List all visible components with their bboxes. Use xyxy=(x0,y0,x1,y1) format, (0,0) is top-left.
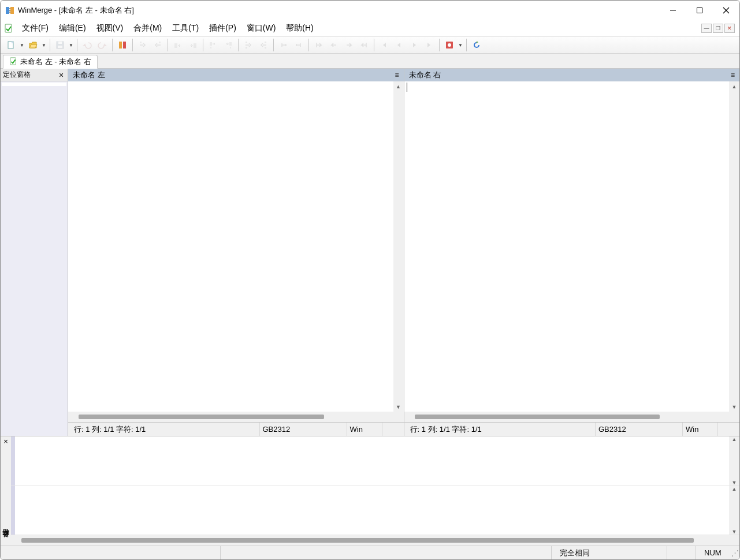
prev-diff-button[interactable] xyxy=(327,38,341,52)
right-pane-title: 未命名 右 xyxy=(409,70,441,80)
next-diff-button[interactable] xyxy=(342,38,356,52)
svg-rect-19 xyxy=(229,42,232,46)
mdi-close-button[interactable]: ✕ xyxy=(724,24,735,33)
document-tab-label: 未命名 左 - 未命名 右 xyxy=(20,57,91,67)
left-pane: 未命名 左 ≡ ▲▼ 行: 1 列: 1/1 字符: 1/1 GB2312 Wi… xyxy=(68,69,404,436)
toolbar: ▼ ▼ ▼ ▼ xyxy=(1,36,739,54)
new-button[interactable] xyxy=(4,38,18,52)
goto-next-button[interactable] xyxy=(407,38,421,52)
left-pane-header[interactable]: 未命名 左 ≡ xyxy=(68,69,404,81)
locator-close-button[interactable]: × xyxy=(57,70,65,80)
left-status-pos: 行: 1 列: 1/1 字符: 1/1 xyxy=(72,423,260,436)
diff-pane-label-strip: × 差异窗格 xyxy=(1,436,11,546)
mdi-minimize-button[interactable]: — xyxy=(701,24,712,33)
left-pane-title: 未命名 左 xyxy=(73,70,105,80)
refresh-button[interactable] xyxy=(470,38,484,52)
svg-rect-13 xyxy=(123,42,126,48)
first-diff-small-button[interactable] xyxy=(277,38,291,52)
first-diff-button[interactable] xyxy=(312,38,326,52)
diff-row-bottom[interactable]: ▲▼ xyxy=(11,486,739,536)
last-diff-small-button[interactable] xyxy=(292,38,306,52)
diff-bottom-vscroll[interactable]: ▲▼ xyxy=(729,486,739,535)
last-diff-button[interactable] xyxy=(357,38,371,52)
titlebar: WinMerge - [未命名 左 - 未命名 右] xyxy=(1,1,739,20)
menu-window[interactable]: 窗口(W) xyxy=(241,21,281,36)
compare-panes: 未命名 左 ≡ ▲▼ 行: 1 列: 1/1 字符: 1/1 GB2312 Wi… xyxy=(68,69,739,436)
menu-view[interactable]: 视图(V) xyxy=(91,21,129,36)
resize-grip-icon[interactable]: ⋰ xyxy=(730,548,739,557)
copy-right-button[interactable] xyxy=(171,38,185,52)
diff-top-vscroll[interactable]: ▲▼ xyxy=(729,436,739,486)
copy-left-button[interactable] xyxy=(186,38,200,52)
right-status-extra xyxy=(719,423,736,436)
menu-file[interactable]: 文件(F) xyxy=(17,21,54,36)
right-vertical-scrollbar[interactable]: ▲▼ xyxy=(729,81,739,412)
new-dropdown[interactable]: ▼ xyxy=(19,43,25,48)
window-controls xyxy=(660,1,739,20)
maximize-button[interactable] xyxy=(686,1,713,20)
svg-rect-0 xyxy=(6,7,9,14)
svg-rect-16 xyxy=(174,43,177,48)
svg-rect-10 xyxy=(58,42,62,44)
left-text-area[interactable] xyxy=(68,81,393,412)
right-pane-status: 行: 1 列: 1/1 字符: 1/1 GB2312 Win xyxy=(404,422,740,436)
copy-left-advance-button[interactable] xyxy=(221,38,235,52)
right-status-eol: Win xyxy=(683,423,718,436)
app-icon xyxy=(5,6,14,15)
options-dropdown[interactable]: ▼ xyxy=(458,43,463,48)
diff-horizontal-scrollbar[interactable] xyxy=(11,535,739,546)
mdi-restore-button[interactable]: ❐ xyxy=(713,24,723,33)
diff-next-group-button[interactable] xyxy=(136,38,150,52)
compare-button[interactable] xyxy=(116,38,129,52)
save-button[interactable] xyxy=(53,38,67,52)
left-status-encoding: GB2312 xyxy=(261,423,347,436)
minimize-button[interactable] xyxy=(660,1,686,20)
all-left-button[interactable] xyxy=(256,38,270,52)
copy-right-advance-button[interactable] xyxy=(206,38,220,52)
right-menu-icon[interactable]: ≡ xyxy=(731,71,735,79)
redo-button[interactable] xyxy=(95,38,109,52)
window-title: WinMerge - [未命名 左 - 未命名 右] xyxy=(18,5,134,16)
right-pane-header[interactable]: 未命名 右 ≡ xyxy=(404,69,740,81)
svg-rect-14 xyxy=(140,42,142,43)
menu-merge[interactable]: 合并(M) xyxy=(128,21,167,36)
locator-body[interactable] xyxy=(1,81,68,436)
main-area: 定位窗格 × 未命名 左 ≡ ▲▼ xyxy=(1,69,739,436)
save-dropdown[interactable]: ▼ xyxy=(68,43,74,48)
right-status-encoding: GB2312 xyxy=(596,423,683,436)
left-horizontal-scrollbar[interactable] xyxy=(68,412,404,422)
statusbar: 完全相同 NUM ⋰ xyxy=(1,546,739,559)
mdi-controls: — ❐ ✕ xyxy=(701,24,738,33)
diff-row-top[interactable]: ▲▼ xyxy=(11,436,739,486)
diff-pane-close-button[interactable]: × xyxy=(3,436,8,448)
undo-button[interactable] xyxy=(80,38,94,52)
svg-rect-12 xyxy=(119,42,122,48)
right-horizontal-scrollbar[interactable] xyxy=(404,412,740,422)
close-button[interactable] xyxy=(713,1,739,20)
locator-pane: 定位窗格 × xyxy=(1,69,68,436)
goto-prev-button[interactable] xyxy=(392,38,406,52)
diff-pane-label: 差异窗格 xyxy=(1,541,11,543)
diff-prev-group-button[interactable] xyxy=(151,38,165,52)
menu-help[interactable]: 帮助(H) xyxy=(281,21,318,36)
status-caps xyxy=(667,546,696,559)
options-button[interactable] xyxy=(442,38,456,52)
left-pane-status: 行: 1 列: 1/1 字符: 1/1 GB2312 Win xyxy=(68,422,404,436)
doc-check-icon xyxy=(4,24,13,33)
document-tab[interactable]: 未命名 左 - 未命名 右 xyxy=(3,55,98,69)
open-button[interactable] xyxy=(26,38,40,52)
menu-plugins[interactable]: 插件(P) xyxy=(204,21,241,36)
left-menu-icon[interactable]: ≡ xyxy=(395,71,399,79)
right-pane-body: ▲▼ xyxy=(404,81,740,412)
diff-row-marker xyxy=(11,486,15,535)
right-text-area[interactable] xyxy=(404,81,730,412)
diff-row-marker xyxy=(11,436,15,486)
left-vertical-scrollbar[interactable]: ▲▼ xyxy=(393,81,404,412)
svg-rect-15 xyxy=(159,42,161,43)
open-dropdown[interactable]: ▼ xyxy=(41,43,47,48)
all-right-button[interactable] xyxy=(241,38,255,52)
goto-first-button[interactable] xyxy=(377,38,391,52)
menu-tools[interactable]: 工具(T) xyxy=(167,21,204,36)
goto-last-button[interactable] xyxy=(422,38,436,52)
menu-edit[interactable]: 编辑(E) xyxy=(54,21,91,36)
